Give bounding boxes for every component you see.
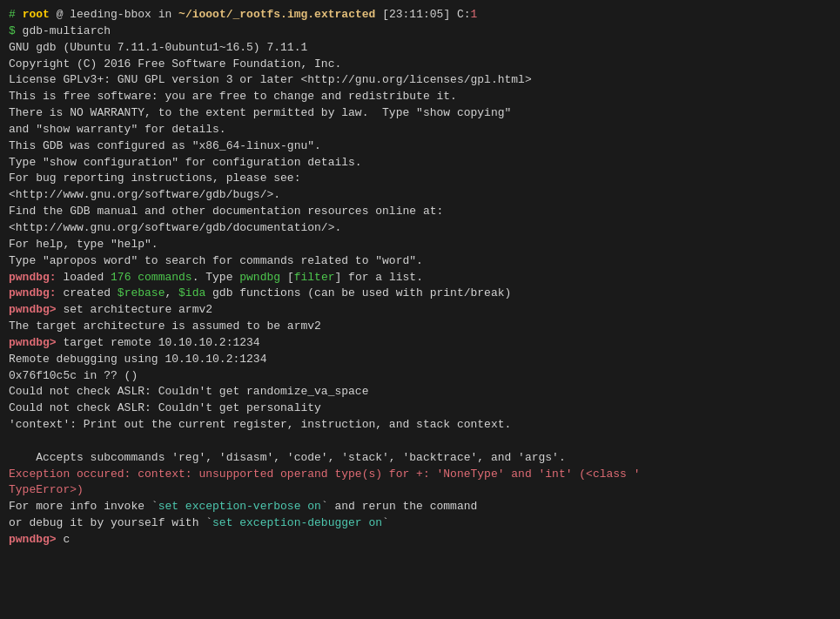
set-arch-cmd: set architecture armv2 [57, 303, 212, 316]
pwndbg-filter-bracket: [ [280, 271, 294, 284]
time: 23:11:05 [389, 8, 443, 21]
target-remote-cmd: target remote 10.10.10.2:1234 [57, 336, 260, 349]
aslr1-line: Could not check ASLR: Couldn't get rando… [9, 384, 831, 400]
pwndbg-gdb-funcs: gdb functions (can be used with print/br… [205, 286, 511, 299]
help-hint-line: For help, type "help". [9, 237, 831, 253]
show-config-line: Type "show configuration" for configurat… [9, 155, 831, 172]
command-text: gdb-multiarch [16, 24, 111, 37]
pwndbg-loaded-text: loaded [57, 271, 111, 284]
apropos-line: Type "apropos word" to search for comman… [9, 253, 831, 270]
command-line: $ gdb-multiarch [9, 24, 831, 40]
warranty2-line: and "show warranty" for details. [9, 122, 831, 138]
target-remote-line: pwndbg> target remote 10.10.10.2:1234 [9, 335, 831, 352]
gnu-gdb-line: GNU gdb (Ubuntu 7.11.1-0ubuntu1~16.5) 7.… [9, 40, 831, 57]
hostname: leeding-bbox [70, 8, 151, 21]
doc-url-line: <http://www.gnu.org/software/gdb/documen… [9, 220, 831, 237]
pwndbg-rebase: $rebase [118, 286, 165, 299]
hash-symbol: # [9, 8, 16, 21]
context-desc-line: 'context': Print out the current registe… [9, 417, 831, 434]
for-more-line: For more info invoke `set exception-verb… [9, 499, 831, 515]
pwndbg-comma1: , [165, 286, 178, 299]
pwndbg-label-1: pwndbg: [9, 271, 57, 284]
pwndbg-prompt-2: pwndbg> [9, 336, 57, 349]
pwndbg-count: 176 commands [111, 271, 192, 284]
license-line: License GPLv3+: GNU GPL version 3 or lat… [9, 72, 831, 89]
path: ~/iooot/_rootfs.img.extracted [178, 8, 375, 21]
pwndbg-created-line: pwndbg: created $rebase, $ida gdb functi… [9, 286, 831, 302]
remote-debug-line: Remote debugging using 10.10.10.2:1234 [9, 352, 831, 368]
aslr2-line: Could not check ASLR: Couldn't get perso… [9, 400, 831, 417]
for-more-text1: For more info invoke ` [9, 500, 158, 513]
prompt-line: # root @ leeding-bbox in ~/iooot/_rootfs… [9, 7, 831, 24]
set-arch-line: pwndbg> set architecture armv2 [9, 302, 831, 319]
terminal: # root @ leeding-bbox in ~/iooot/_rootfs… [0, 0, 840, 619]
accepts-sub-line: Accepts subcommands 'reg', 'disasm', 'co… [9, 450, 831, 467]
pwndbg-loaded-text2: . Type [192, 271, 240, 284]
at-symbol: @ [50, 8, 70, 21]
hex-addr-line: 0x76f10c5c in ?? () [9, 368, 831, 385]
pwndbg-label-2: pwndbg: [9, 286, 57, 299]
exception-line: Exception occured: context: unsupported … [9, 467, 831, 483]
pwndbg-c-line: pwndbg> c [9, 532, 831, 548]
pwndbg-created-text: created [57, 286, 118, 299]
exception-text: Exception occured: context: unsupported … [9, 468, 641, 481]
copyright-line: Copyright (C) 2016 Free Software Foundat… [9, 57, 831, 73]
in-word: in [151, 8, 178, 21]
bug-report-line: For bug reporting instructions, please s… [9, 171, 831, 187]
blank-line [9, 434, 831, 450]
pwndbg-prompt-3: pwndbg> [9, 533, 57, 546]
c-label: C: [450, 8, 470, 21]
pwndbg-c-cmd: c [57, 533, 71, 546]
pwndbg-for-list: for a list. [341, 271, 423, 284]
username: root [23, 8, 50, 21]
c-value: 1 [471, 8, 478, 21]
typeerror-line: TypeError>) [9, 482, 831, 499]
arch-assumed-line: The target architecture is assumed to be… [9, 319, 831, 335]
dollar-symbol: $ [9, 24, 16, 37]
set-exception-debugger-cmd: set exception-debugger on [212, 516, 382, 529]
warranty1-line: There is NO WARRANTY, to the extent perm… [9, 105, 831, 122]
pwndbg-cmd-ref: pwndbg [239, 271, 280, 284]
or-debug-line: or debug it by yourself with `set except… [9, 515, 831, 532]
bracket-time-open: [ [375, 8, 389, 21]
pwndbg-loaded-line: pwndbg: loaded 176 commands. Type pwndbg… [9, 270, 831, 286]
find-manual-line: Find the GDB manual and other documentat… [9, 204, 831, 220]
free-sw-line: This is free software: you are free to c… [9, 89, 831, 105]
or-debug-text2: ` [382, 516, 389, 529]
or-debug-text1: or debug it by yourself with ` [9, 516, 212, 529]
pwndbg-prompt-1: pwndbg> [9, 303, 57, 316]
set-exception-verbose-cmd: set exception-verbose on [158, 500, 321, 513]
bug-url-line: <http://www.gnu.org/software/gdb/bugs/>. [9, 187, 831, 204]
for-more-text2: ` and rerun the command [321, 500, 477, 513]
pwndbg-ida: $ida [178, 286, 205, 299]
pwndbg-filter-word: filter [294, 271, 335, 284]
typeerror-text: TypeError>) [9, 483, 84, 496]
configured-line: This GDB was configured as "x86_64-linux… [9, 138, 831, 155]
